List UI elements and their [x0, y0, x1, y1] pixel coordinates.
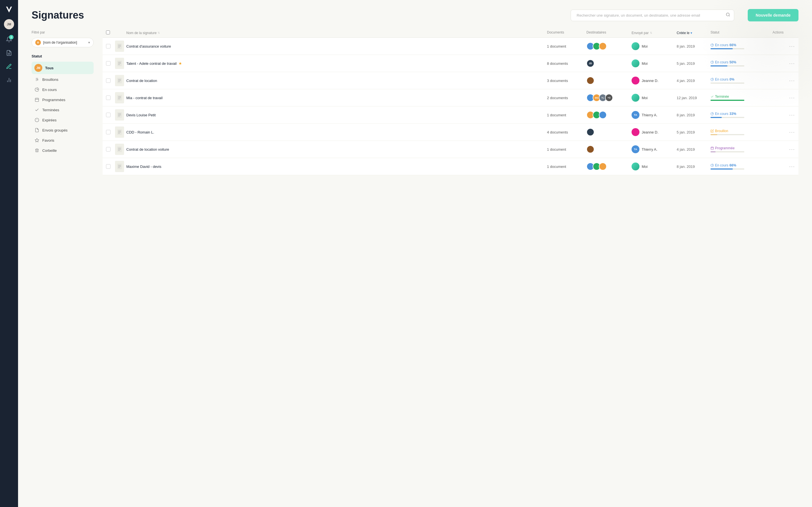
status-percent: 0%: [729, 77, 734, 81]
org-name: [nom de l'organisation]: [43, 41, 77, 45]
more-actions-button[interactable]: ···: [772, 164, 795, 170]
status-text: En cours: [715, 43, 728, 47]
row-checkbox[interactable]: [106, 130, 115, 134]
doc-recipients: [587, 163, 631, 170]
row-checkbox[interactable]: [106, 61, 115, 66]
timer-icon: [35, 117, 40, 122]
sidebar-item-label-en-cours: En cours: [42, 88, 57, 92]
sidebar-item-documents[interactable]: [3, 47, 15, 59]
doc-name[interactable]: CDD - Romain L.: [126, 130, 547, 134]
doc-thumbnail: [115, 144, 124, 155]
sidebar-item-programmees[interactable]: Programmées: [32, 95, 94, 105]
check-icon: [35, 107, 40, 112]
sidebar-item-label-expirees: Expirées: [42, 118, 57, 122]
sidebar-item-signatures[interactable]: [3, 61, 15, 72]
doc-name[interactable]: Contrat d'assurance voiture: [126, 44, 547, 48]
main-content: Signatures Nouvelle demande Filtré par B…: [18, 0, 812, 507]
status-percent: 33%: [729, 112, 736, 116]
sidebar-item-favoris[interactable]: Favoris: [32, 135, 94, 145]
user-avatar[interactable]: JM: [4, 19, 14, 29]
header-checkbox[interactable]: [106, 31, 115, 35]
sender-name: Moi: [642, 96, 648, 100]
sidebar-item-analytics[interactable]: [3, 74, 15, 86]
doc-recipients: JD: [587, 59, 631, 67]
header-thumb: [115, 31, 126, 35]
sidebar: JM 2: [0, 0, 18, 507]
sort-envoye-icon[interactable]: ⇅: [650, 31, 652, 34]
doc-name[interactable]: Contrat de location voiture: [126, 147, 547, 152]
row-checkbox[interactable]: [106, 44, 115, 48]
doc-recipients: MS TL +3: [587, 94, 631, 102]
doc-sender: Moi: [631, 94, 677, 102]
sidebar-item-terminees[interactable]: Terminées: [32, 105, 94, 115]
doc-sender: Jeanne D.: [631, 128, 677, 136]
sort-cree-icon[interactable]: ▾: [691, 31, 692, 35]
more-actions-button[interactable]: ···: [772, 112, 795, 118]
sidebar-item-brouillons[interactable]: Brouillons: [32, 75, 94, 84]
row-checkbox[interactable]: [106, 96, 115, 100]
more-actions-button[interactable]: ···: [772, 95, 795, 101]
svg-point-5: [726, 13, 729, 16]
row-checkbox[interactable]: [106, 164, 115, 169]
header-nom: Nom de la signature ⇅: [126, 31, 547, 35]
status-text: En cours: [715, 77, 728, 81]
sidebar-item-envois-groupes[interactable]: Envois groupés: [32, 125, 94, 135]
left-panel: Filtré par B [nom de l'organisation] ▾ S…: [32, 28, 94, 500]
trash-icon: [35, 148, 40, 153]
more-actions-button[interactable]: ···: [772, 61, 795, 66]
doc-documents: 1 document: [547, 44, 587, 48]
sidebar-item-label-envois-groupes: Envois groupés: [42, 128, 68, 132]
doc-name[interactable]: Talent - Adele contrat de travail ★: [126, 61, 547, 66]
search-input[interactable]: [571, 10, 734, 21]
doc-sender: Jeanne D.: [631, 76, 677, 84]
notification-badge: 2: [9, 35, 13, 40]
sender-avatar: [631, 59, 640, 67]
sidebar-item-label-brouillons: Brouillons: [42, 77, 58, 82]
doc-name[interactable]: Devis Louise Petit: [126, 113, 547, 117]
sender-avatar: [631, 128, 640, 136]
doc-name[interactable]: Mia - contrat de travail: [126, 96, 547, 100]
sidebar-item-tous[interactable]: JM Tous: [32, 62, 94, 74]
more-actions-button[interactable]: ···: [772, 78, 795, 83]
sender-avatar: TA: [631, 145, 640, 153]
svg-marker-16: [35, 138, 39, 142]
table-row: Contrat de location 3 documents Jeanne D…: [103, 72, 799, 89]
recipient-avatar: [599, 42, 607, 50]
signatures-table: Nom de la signature ⇅ Documents Destinat…: [103, 28, 799, 500]
sidebar-item-expirees[interactable]: Expirées: [32, 115, 94, 125]
recipient-avatar: JD: [587, 59, 594, 67]
sidebar-item-en-cours[interactable]: En cours: [32, 85, 94, 94]
app-logo[interactable]: [4, 4, 14, 15]
status-percent: 66%: [729, 163, 736, 167]
sidebar-item-notifications[interactable]: 2: [3, 34, 15, 45]
recipient-avatar: [587, 145, 594, 153]
more-actions-button[interactable]: ···: [772, 147, 795, 152]
recipient-avatar: [587, 128, 594, 136]
row-checkbox[interactable]: [106, 113, 115, 117]
doc-sender: TA Thierry A.: [631, 145, 677, 153]
doc-name[interactable]: Maxime David - devis: [126, 165, 547, 169]
status-percent: 50%: [729, 60, 736, 64]
row-checkbox[interactable]: [106, 78, 115, 83]
row-checkbox[interactable]: [106, 147, 115, 152]
doc-status: En cours 66%: [711, 163, 772, 170]
sender-avatar: [631, 76, 640, 84]
header-cree-le-label: Créée le: [677, 31, 689, 35]
doc-recipients: [587, 145, 631, 153]
recipient-avatar: [587, 76, 594, 84]
sort-nom-icon[interactable]: ⇅: [158, 31, 160, 34]
doc-date: 5 jan. 2019: [677, 61, 711, 66]
doc-status: Brouillon: [711, 129, 772, 135]
doc-sender: Moi: [631, 42, 677, 50]
doc-name[interactable]: Contrat de location: [126, 78, 547, 83]
doc-status: En cours 0%: [711, 77, 772, 83]
search-icon[interactable]: [726, 12, 730, 18]
more-actions-button[interactable]: ···: [772, 129, 795, 135]
org-filter[interactable]: B [nom de l'organisation] ▾: [32, 38, 94, 47]
new-request-button[interactable]: Nouvelle demande: [748, 9, 799, 21]
more-actions-button[interactable]: ···: [772, 43, 795, 49]
doc-documents: 1 document: [547, 147, 587, 152]
sidebar-item-corbeille[interactable]: Corbeille: [32, 146, 94, 155]
doc-date: 8 jan. 2019: [677, 44, 711, 48]
header-documents: Documents: [547, 31, 587, 35]
